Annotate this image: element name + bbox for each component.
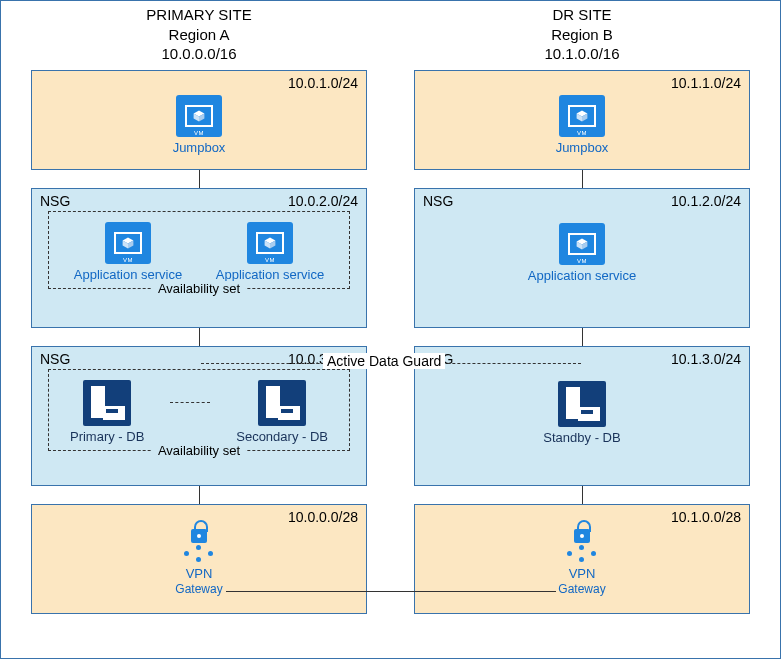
dr-app-subnet: NSG 10.1.2.0/24 Application service — [414, 188, 750, 328]
active-data-guard-label: Active Data Guard — [323, 353, 445, 369]
nsg-label: NSG — [423, 193, 453, 209]
nsg-label: NSG — [40, 351, 70, 367]
primary-site-title: PRIMARY SITE — [146, 5, 251, 25]
primary-jump-subnet: 10.0.1.0/24 Jumpbox — [31, 70, 367, 170]
appsvc-label: Application service — [74, 268, 182, 282]
primary-vpn-gateway: VPN Gateway — [175, 529, 222, 595]
connector — [582, 486, 583, 504]
vpn-peer-link — [226, 591, 556, 592]
appsvc-label: Application service — [216, 268, 324, 282]
vpn-gateway-icon — [567, 529, 597, 563]
standby-db-label: Standby - DB — [543, 431, 620, 445]
connector — [199, 486, 200, 504]
primary-site-header: PRIMARY SITE Region A 10.0.0.0/16 — [146, 1, 251, 70]
dr-site-header: DR SITE Region B 10.1.0.0/16 — [544, 1, 619, 70]
availability-set-label: Availability set — [152, 443, 246, 458]
primary-vnet-cidr: 10.0.0.0/16 — [146, 44, 251, 64]
gateway-label: Gateway — [558, 583, 605, 595]
primary-jumpbox-node: Jumpbox — [173, 95, 226, 155]
vm-icon — [176, 95, 222, 137]
primary-appsvc-2: Application service — [216, 222, 324, 282]
primary-jumpbox-label: Jumpbox — [173, 141, 226, 155]
vm-icon — [559, 95, 605, 137]
primary-jump-cidr: 10.0.1.0/24 — [288, 75, 358, 91]
primary-gateway-subnet: 10.0.0.0/28 VPN Gateway — [31, 504, 367, 614]
appsvc-label: Application service — [528, 269, 636, 283]
connector — [582, 328, 583, 346]
primary-gw-cidr: 10.0.0.0/28 — [288, 509, 358, 525]
dr-region: Region B — [544, 25, 619, 45]
gateway-label: Gateway — [175, 583, 222, 595]
vpn-label: VPN — [569, 567, 596, 581]
dr-jump-cidr: 10.1.1.0/24 — [671, 75, 741, 91]
primary-db-availability-set: Primary - DB Secondary - DB Availability… — [48, 369, 350, 451]
db-server-icon — [558, 381, 606, 427]
connector — [199, 328, 200, 346]
vpn-label: VPN — [186, 567, 213, 581]
dr-vnet-cidr: 10.1.0.0/16 — [544, 44, 619, 64]
primary-app-cidr: 10.0.2.0/24 — [288, 193, 358, 209]
db-pair-connector — [170, 402, 210, 403]
dr-gw-cidr: 10.1.0.0/28 — [671, 509, 741, 525]
primary-site-column: PRIMARY SITE Region A 10.0.0.0/16 10.0.1… — [31, 1, 367, 614]
dr-vpn-gateway: VPN Gateway — [558, 529, 605, 595]
vpn-gateway-icon — [184, 529, 214, 563]
secondary-db-node: Secondary - DB — [236, 380, 328, 444]
dr-site-title: DR SITE — [544, 5, 619, 25]
vm-icon — [105, 222, 151, 264]
connector — [582, 170, 583, 188]
dr-appsvc: Application service — [528, 223, 636, 283]
primary-app-subnet: NSG 10.0.2.0/24 Application service Appl… — [31, 188, 367, 328]
dr-site-column: DR SITE Region B 10.1.0.0/16 10.1.1.0/24… — [414, 1, 750, 614]
primary-db-label: Primary - DB — [70, 430, 144, 444]
dr-app-cidr: 10.1.2.0/24 — [671, 193, 741, 209]
dr-jumpbox-node: Jumpbox — [556, 95, 609, 155]
vm-icon — [559, 223, 605, 265]
db-server-icon — [258, 380, 306, 426]
primary-db-subnet: NSG 10.0.3.0/24 Primary - DB Secondary -… — [31, 346, 367, 486]
primary-appsvc-1: Application service — [74, 222, 182, 282]
secondary-db-label: Secondary - DB — [236, 430, 328, 444]
dr-gateway-subnet: 10.1.0.0/28 VPN Gateway — [414, 504, 750, 614]
standby-db-node: Standby - DB — [543, 381, 620, 445]
dr-jumpbox-label: Jumpbox — [556, 141, 609, 155]
nsg-label: NSG — [40, 193, 70, 209]
dr-db-subnet: NSG 10.1.3.0/24 Standby - DB — [414, 346, 750, 486]
primary-app-availability-set: Application service Application service … — [48, 211, 350, 289]
primary-db-node: Primary - DB — [70, 380, 144, 444]
vm-icon — [247, 222, 293, 264]
availability-set-label: Availability set — [152, 281, 246, 296]
dr-db-cidr: 10.1.3.0/24 — [671, 351, 741, 367]
primary-region: Region A — [146, 25, 251, 45]
dr-jump-subnet: 10.1.1.0/24 Jumpbox — [414, 70, 750, 170]
connector — [199, 170, 200, 188]
db-server-icon — [83, 380, 131, 426]
